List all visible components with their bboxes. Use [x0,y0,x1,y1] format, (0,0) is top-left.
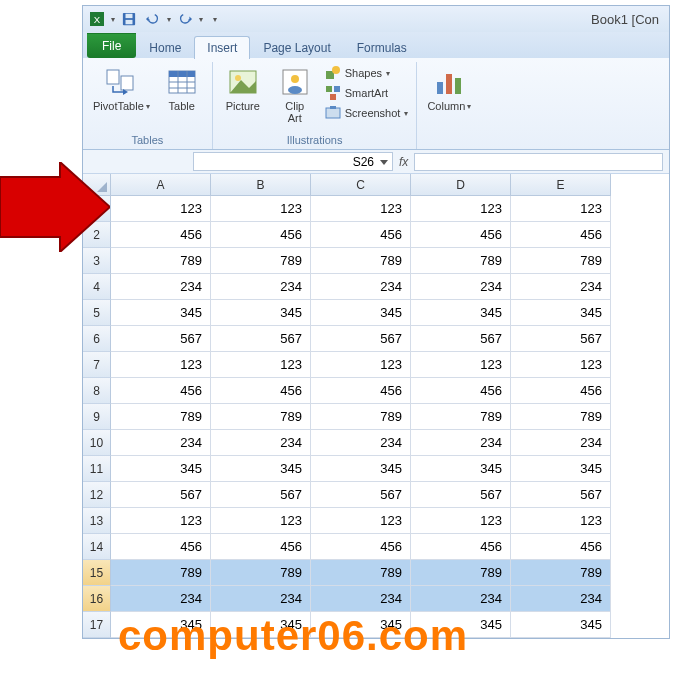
cell[interactable]: 567 [211,482,311,508]
cell[interactable]: 234 [511,430,611,456]
app-menu-caret[interactable]: ▾ [111,15,115,24]
cell[interactable]: 456 [211,534,311,560]
cell[interactable]: 123 [311,508,411,534]
cell[interactable]: 123 [311,196,411,222]
column-header[interactable]: B [211,174,311,196]
row-header[interactable]: 17 [83,612,111,638]
formula-bar[interactable] [414,153,663,171]
column-chart-button[interactable]: Column▾ [423,64,475,133]
cell[interactable]: 789 [511,404,611,430]
cell[interactable]: 123 [411,508,511,534]
cell[interactable]: 456 [111,222,211,248]
row-header[interactable]: 9 [83,404,111,430]
cell[interactable]: 123 [511,196,611,222]
cell[interactable]: 567 [211,326,311,352]
cell[interactable]: 456 [511,534,611,560]
row-header[interactable]: 16 [83,586,111,612]
excel-app-icon[interactable]: X [87,9,107,29]
cell[interactable]: 123 [111,508,211,534]
qat-customize-caret[interactable]: ▾ [213,15,217,24]
row-header[interactable]: 5 [83,300,111,326]
cell[interactable]: 234 [311,274,411,300]
row-header[interactable]: 11 [83,456,111,482]
tab-home[interactable]: Home [136,36,194,59]
cell[interactable]: 234 [411,430,511,456]
cell[interactable]: 567 [411,482,511,508]
cell[interactable]: 123 [211,352,311,378]
cell[interactable]: 234 [111,274,211,300]
smartart-button[interactable]: SmartArt [323,84,411,102]
cell[interactable]: 456 [111,378,211,404]
row-header[interactable]: 6 [83,326,111,352]
row-header[interactable]: 10 [83,430,111,456]
cell[interactable]: 123 [111,196,211,222]
cell[interactable]: 345 [411,300,511,326]
cell[interactable]: 789 [511,248,611,274]
cell[interactable]: 456 [111,534,211,560]
cell[interactable]: 456 [411,222,511,248]
cell[interactable]: 567 [511,326,611,352]
redo-icon[interactable] [175,9,195,29]
cell[interactable]: 456 [511,222,611,248]
cell[interactable]: 234 [111,430,211,456]
cell[interactable]: 789 [511,560,611,586]
cell[interactable]: 789 [311,248,411,274]
cell[interactable]: 789 [411,560,511,586]
cell[interactable]: 345 [111,456,211,482]
cell[interactable]: 789 [211,560,311,586]
cell[interactable]: 789 [411,404,511,430]
cell[interactable]: 456 [311,534,411,560]
cell[interactable]: 234 [511,274,611,300]
cell[interactable]: 345 [511,300,611,326]
cell[interactable]: 234 [311,586,411,612]
row-header[interactable]: 8 [83,378,111,404]
cell[interactable]: 456 [411,534,511,560]
undo-icon[interactable] [143,9,163,29]
cell[interactable]: 234 [111,586,211,612]
row-header[interactable]: 15 [83,560,111,586]
cell[interactable]: 789 [111,248,211,274]
cell[interactable]: 234 [211,586,311,612]
undo-caret[interactable]: ▾ [167,15,171,24]
picture-button[interactable]: Picture [219,64,267,133]
cell[interactable]: 345 [311,456,411,482]
cell[interactable]: 345 [211,456,311,482]
fx-icon[interactable]: fx [399,155,408,169]
cell[interactable]: 567 [111,326,211,352]
cell[interactable]: 123 [511,508,611,534]
tab-formulas[interactable]: Formulas [344,36,420,59]
cell[interactable]: 456 [511,378,611,404]
row-header[interactable]: 14 [83,534,111,560]
row-header[interactable]: 12 [83,482,111,508]
cell[interactable]: 567 [411,326,511,352]
screenshot-button[interactable]: Screenshot ▾ [323,104,411,122]
cell[interactable]: 456 [211,222,311,248]
cell[interactable]: 123 [411,196,511,222]
cell[interactable]: 345 [511,456,611,482]
cell[interactable]: 234 [411,586,511,612]
cell[interactable]: 234 [411,274,511,300]
pivottable-button[interactable]: PivotTable▾ [89,64,154,133]
cell[interactable]: 345 [311,300,411,326]
cell[interactable]: 234 [211,274,311,300]
cell[interactable]: 123 [211,196,311,222]
cell[interactable]: 567 [311,482,411,508]
cell[interactable]: 789 [211,248,311,274]
cell[interactable]: 789 [211,404,311,430]
table-button[interactable]: Table [158,64,206,133]
cell[interactable]: 789 [111,560,211,586]
cell[interactable]: 456 [311,378,411,404]
cell[interactable]: 567 [311,326,411,352]
tab-page-layout[interactable]: Page Layout [250,36,343,59]
cell[interactable]: 234 [511,586,611,612]
cell[interactable]: 123 [411,352,511,378]
cell[interactable]: 789 [311,560,411,586]
row-header[interactable]: 13 [83,508,111,534]
column-header[interactable]: D [411,174,511,196]
cell[interactable]: 123 [511,352,611,378]
cell[interactable]: 345 [111,300,211,326]
redo-caret[interactable]: ▾ [199,15,203,24]
cell[interactable]: 789 [411,248,511,274]
cell[interactable]: 567 [111,482,211,508]
name-box[interactable]: S26 [193,152,393,171]
